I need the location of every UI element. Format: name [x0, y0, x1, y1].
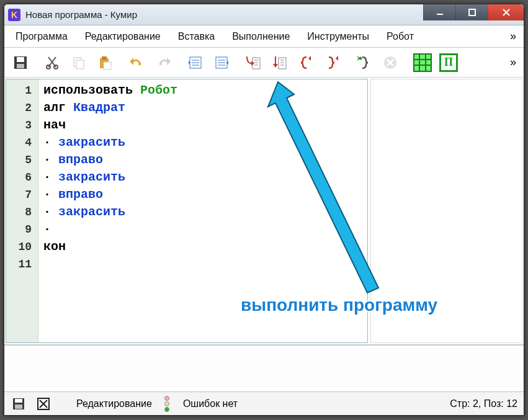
- code-editor[interactable]: 1234567891011 использовать Роботалг Квад…: [6, 79, 368, 343]
- menu-overflow[interactable]: »: [504, 30, 521, 43]
- cut-icon: [45, 55, 61, 71]
- line-number: 5: [6, 151, 38, 169]
- save-button[interactable]: [8, 50, 33, 75]
- toolbar-overflow[interactable]: »: [505, 56, 520, 69]
- grid-button[interactable]: [410, 50, 435, 75]
- line-number: 1: [6, 82, 38, 99]
- status-position: Стр: 2, Поз: 12: [450, 398, 517, 409]
- grid-icon: [413, 53, 432, 72]
- line-number: 7: [6, 186, 38, 203]
- step-into-icon: [245, 54, 262, 71]
- side-panel: [370, 79, 522, 343]
- run-button[interactable]: [352, 50, 377, 75]
- svg-point-32: [359, 56, 362, 60]
- undo-button[interactable]: [125, 50, 150, 75]
- robot-panel-button[interactable]: П: [436, 50, 461, 75]
- maximize-icon: [468, 8, 477, 17]
- indent-left-icon: [187, 55, 204, 71]
- step-over-icon: [271, 54, 289, 71]
- status-close-button[interactable]: [35, 396, 51, 412]
- titlebar: K Новая программа - Кумир: [4, 4, 524, 25]
- minimize-button[interactable]: [423, 4, 455, 20]
- indent-button[interactable]: [209, 50, 234, 75]
- minimize-icon: [436, 8, 444, 17]
- window-title: Новая программа - Кумир: [25, 9, 137, 20]
- svg-rect-28: [279, 58, 286, 69]
- copy-button[interactable]: [66, 50, 91, 75]
- step-into-button[interactable]: [241, 50, 266, 75]
- run-icon: [356, 55, 372, 71]
- code-line[interactable]: · закрасить: [38, 203, 367, 221]
- outdent-button[interactable]: [183, 50, 208, 75]
- editor-area: 1234567891011 использовать Роботалг Квад…: [4, 78, 524, 344]
- code-line[interactable]: алг Квадрат: [38, 99, 367, 117]
- code-line[interactable]: использовать Робот: [38, 82, 367, 99]
- cut-button[interactable]: [40, 50, 65, 75]
- status-save-button[interactable]: [11, 396, 27, 412]
- svg-rect-14: [102, 56, 107, 60]
- copy-icon: [71, 55, 87, 71]
- robot-panel-icon: П: [439, 53, 458, 72]
- line-number: 10: [6, 238, 38, 256]
- svg-rect-12: [76, 60, 84, 69]
- code-line[interactable]: [38, 256, 367, 273]
- step-out-button[interactable]: [293, 50, 318, 75]
- line-number: 6: [6, 169, 38, 186]
- menu-insert[interactable]: Вставка: [169, 27, 223, 46]
- save-icon: [12, 54, 29, 71]
- menu-program[interactable]: Программа: [7, 27, 76, 46]
- svg-rect-1: [469, 9, 475, 16]
- line-number: 8: [6, 203, 38, 221]
- code-line[interactable]: · вправо: [38, 151, 367, 169]
- redo-button[interactable]: [151, 50, 176, 75]
- window-controls: [423, 4, 524, 25]
- app-window: K Новая программа - Кумир Программа Реда…: [4, 4, 524, 416]
- step-over-button[interactable]: [267, 50, 292, 75]
- redo-icon: [154, 54, 172, 71]
- maximize-button[interactable]: [455, 4, 488, 20]
- box-x-icon: [37, 397, 50, 411]
- undo-icon: [128, 54, 146, 71]
- status-errors: Ошибок нет: [183, 398, 238, 409]
- menu-edit[interactable]: Редактирование: [76, 27, 169, 46]
- svg-rect-38: [15, 399, 22, 403]
- code-line[interactable]: ·: [38, 221, 367, 238]
- save-icon: [12, 397, 25, 411]
- menu-tools[interactable]: Инструменты: [298, 27, 378, 46]
- line-number: 2: [6, 99, 38, 117]
- stop-icon: [382, 55, 398, 71]
- svg-rect-5: [17, 57, 24, 62]
- code-line[interactable]: нач: [38, 117, 367, 134]
- close-icon: [502, 8, 511, 17]
- paste-button[interactable]: [92, 50, 117, 75]
- brace-right-icon: [324, 55, 340, 71]
- stop-button[interactable]: [378, 50, 403, 75]
- status-mode: Редактирование: [76, 398, 152, 409]
- svg-rect-15: [104, 62, 111, 69]
- indent-right-icon: [213, 55, 230, 71]
- brace-left-icon: [298, 55, 314, 71]
- code-line[interactable]: · закрасить: [38, 169, 367, 186]
- svg-rect-39: [15, 404, 22, 409]
- line-gutter: 1234567891011: [6, 79, 38, 342]
- line-number: 3: [6, 117, 38, 134]
- toolbar: П »: [4, 48, 524, 78]
- line-number: 11: [6, 256, 38, 273]
- line-number: 4: [6, 134, 38, 151]
- menubar: Программа Редактирование Вставка Выполне…: [4, 25, 524, 48]
- close-button[interactable]: [488, 4, 524, 20]
- menu-run[interactable]: Выполнение: [223, 27, 298, 46]
- code-line[interactable]: · вправо: [38, 186, 367, 203]
- app-icon: K: [8, 9, 20, 21]
- paste-icon: [97, 55, 113, 71]
- traffic-light-icon: [164, 396, 172, 412]
- step-back-button[interactable]: [320, 50, 344, 75]
- menu-robot[interactable]: Робот: [378, 27, 423, 46]
- code-line[interactable]: · закрасить: [38, 134, 367, 151]
- code-line[interactable]: кон: [38, 238, 367, 256]
- output-panel: [4, 344, 524, 391]
- svg-rect-6: [17, 64, 24, 68]
- line-number: 9: [6, 221, 38, 238]
- statusbar: Редактирование Ошибок нет Стр: 2, Поз: 1…: [4, 391, 524, 415]
- code-content[interactable]: использовать Роботалг Квадратнач· закрас…: [38, 79, 367, 342]
